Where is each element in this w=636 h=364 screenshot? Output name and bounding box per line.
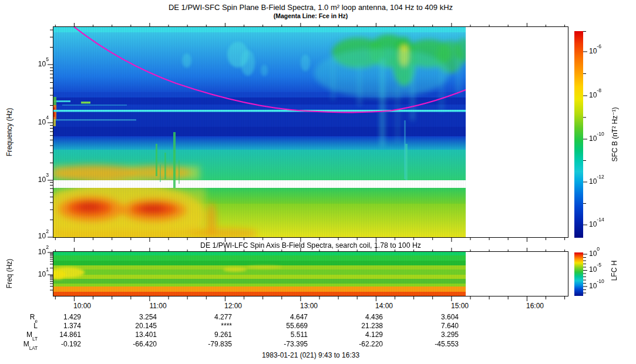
ephemeris-value: -0.192 xyxy=(28,340,81,348)
sfc-cbar-tick-1e-6: 10-6 xyxy=(589,47,617,55)
sfc-cbar-tick-1e-14: 10-14 xyxy=(589,220,617,228)
time-label-1200: 12:00 xyxy=(214,302,252,310)
lfc-colorbar-ticks xyxy=(583,252,588,296)
time-label-1000: 10:00 xyxy=(63,302,101,310)
ephemeris-value: 4.436 xyxy=(330,313,383,321)
time-label-1500: 15:00 xyxy=(441,302,479,310)
sfc-colorbar xyxy=(574,31,583,238)
sfc-yaxis-label: Frequency (Hz) xyxy=(5,108,14,157)
time-label-1600: 16:00 xyxy=(516,302,554,310)
ephemeris-value: 55.669 xyxy=(255,322,308,330)
lfc-ytick-1e2: 102 xyxy=(28,248,49,256)
time-axis-ticks xyxy=(53,296,568,301)
ephemeris-value: 1.374 xyxy=(28,322,81,330)
sfc-colorbar-label: SFC B (nT² Hz⁻¹) xyxy=(611,107,619,162)
date-range-label: 1983-01-21 (021) 9:43 to 16:33 xyxy=(0,351,621,359)
ephemeris-value: 4.277 xyxy=(179,313,232,321)
sfc-cbar-tick-1e-8: 10-8 xyxy=(589,91,617,99)
sfc-plot-frame xyxy=(53,26,568,238)
time-label-1300: 13:00 xyxy=(290,302,328,310)
sfc-ytick-1e2: 102 xyxy=(28,232,49,240)
ephemeris-value: 4.647 xyxy=(255,313,308,321)
lfc-cbar-tick-1e-10: 10-10 xyxy=(589,282,617,290)
ephemeris-value: 1.429 xyxy=(28,313,81,321)
ephemeris-value: -62.220 xyxy=(330,340,383,348)
plot-page: DE 1/PWI-SFC Spin Plane B-Field Spectra,… xyxy=(0,0,636,364)
lfc-colorbar-label: LFC H xyxy=(610,261,618,281)
lfc-plot-frame xyxy=(53,251,568,296)
sfc-ytick-1e5: 105 xyxy=(28,60,49,68)
lfc-yaxis-label: Freq (Hz) xyxy=(5,259,14,289)
lfc-ytick-1e1: 101 xyxy=(28,270,49,278)
sfc-cbar-tick-1e-12: 10-12 xyxy=(589,177,617,186)
time-label-1100: 11:00 xyxy=(139,302,177,310)
ephemeris-value: **** xyxy=(179,322,232,330)
sfc-ytick-1e4: 104 xyxy=(28,118,49,126)
ephemeris-value: -73.395 xyxy=(255,340,308,348)
sfc-plot-subtitle: (Magenta Line: Fce in Hz) xyxy=(0,12,621,19)
ephemeris-value: 13.401 xyxy=(104,331,157,339)
ephemeris-value: -79.835 xyxy=(179,340,232,348)
ephemeris-value: 20.145 xyxy=(104,322,157,330)
ephemeris-value: 3.295 xyxy=(406,331,459,339)
ephemeris-value: 3.254 xyxy=(104,313,157,321)
ephemeris-value: 3.604 xyxy=(406,313,459,321)
sfc-plot-title: DE 1/PWI-SFC Spin Plane B-Field Spectra,… xyxy=(0,3,621,12)
ephemeris-value: -45.553 xyxy=(406,340,459,348)
time-label-1400: 14:00 xyxy=(365,302,403,310)
ephemeris-value: 9.261 xyxy=(179,331,232,339)
ephemeris-value: 5.511 xyxy=(255,331,308,339)
lfc-colorbar xyxy=(574,252,583,296)
sfc-top-time-ticks xyxy=(53,23,568,26)
ephemeris-value: 4.129 xyxy=(330,331,383,339)
lfc-top-time-ticks xyxy=(53,248,568,251)
ephemeris-value: 14.861 xyxy=(28,331,81,339)
sfc-ytick-1e3: 103 xyxy=(28,176,49,184)
ephemeris-value: 7.640 xyxy=(406,322,459,330)
ephemeris-value: 21.238 xyxy=(330,322,383,330)
sfc-colorbar-ticks xyxy=(583,31,588,238)
lfc-cbar-tick-1e0: 100 xyxy=(589,250,617,258)
ephemeris-value: -66.420 xyxy=(104,340,157,348)
